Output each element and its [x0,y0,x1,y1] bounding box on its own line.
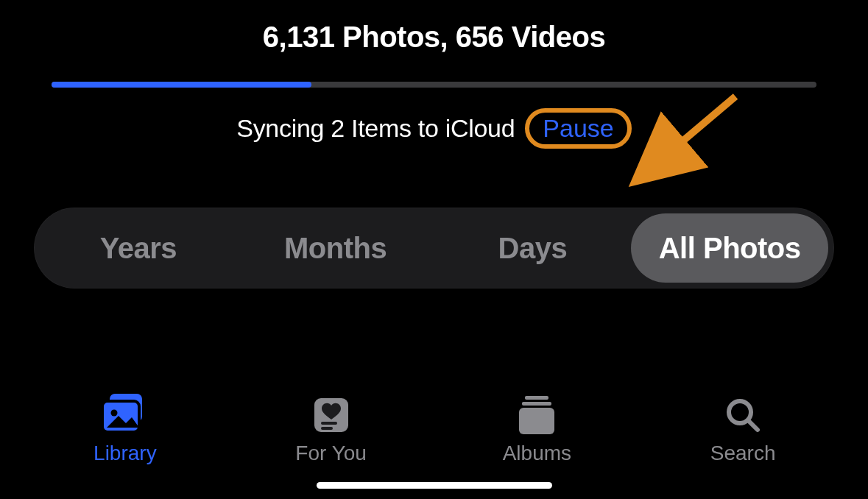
svg-rect-7 [525,396,548,400]
sync-progress-track [52,82,816,88]
svg-rect-5 [321,422,337,425]
pause-sync-button[interactable]: Pause [543,114,613,143]
svg-rect-9 [519,408,554,434]
media-counts: 6,131 Photos, 656 Videos [0,21,868,54]
segment-months[interactable]: Months [237,213,434,283]
sync-status-text: Syncing 2 Items to iCloud [236,114,515,143]
bottom-tab-bar: Library For You Albums [0,394,868,465]
svg-rect-6 [321,427,333,430]
segment-all-photos[interactable]: All Photos [631,213,828,283]
tab-label: Library [93,442,157,465]
svg-point-3 [110,410,117,417]
icloud-sync-area: Syncing 2 Items to iCloud Pause [52,82,816,149]
photos-app-screen: 6,131 Photos, 656 Videos Syncing 2 Items… [0,0,868,499]
albums-icon [515,396,559,434]
svg-line-11 [748,420,758,430]
tab-label: Search [710,442,776,465]
annotation-highlight-box: Pause [525,108,631,149]
tab-for-you[interactable]: For You [228,396,434,465]
tab-label: Albums [503,442,571,465]
library-icon [99,394,151,434]
tab-library[interactable]: Library [22,394,228,465]
view-scope-segmented-control: Years Months Days All Photos [34,208,834,289]
segment-days[interactable]: Days [434,213,632,283]
segment-years[interactable]: Years [40,213,237,283]
tab-label: For You [295,442,367,465]
foryou-icon [312,396,350,434]
home-indicator[interactable] [317,482,552,489]
tab-search[interactable]: Search [640,396,846,465]
svg-rect-8 [522,402,551,406]
sync-progress-fill [52,82,311,88]
tab-albums[interactable]: Albums [434,396,641,465]
search-icon [724,396,762,434]
